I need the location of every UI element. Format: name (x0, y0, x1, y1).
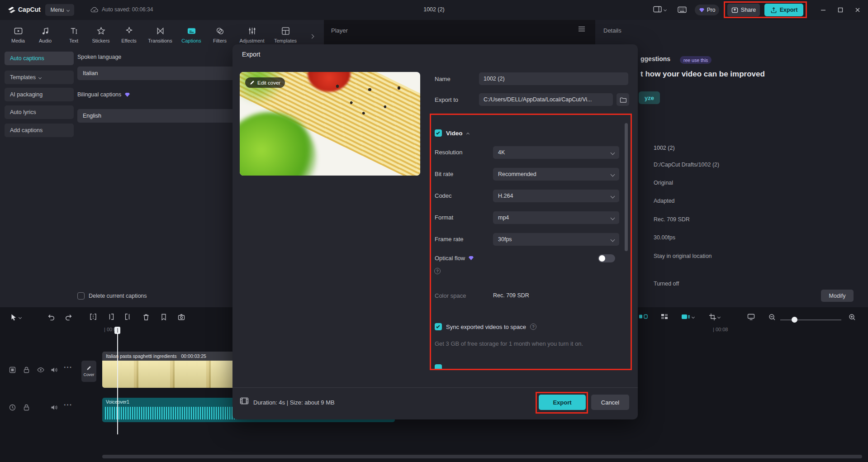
player-menu-button[interactable] (578, 26, 585, 32)
check-icon (436, 324, 440, 328)
tab-stickers[interactable]: Stickers (86, 24, 115, 46)
name-input[interactable]: 1002 (2) (479, 72, 628, 85)
detail-status-value: Turned off (654, 281, 679, 287)
cursor-icon (10, 314, 17, 321)
bitrate-select[interactable]: Recommended (493, 168, 619, 181)
lock-icon[interactable] (24, 404, 29, 411)
tab-effects[interactable]: Effects (114, 24, 143, 46)
cancel-button[interactable]: Cancel (591, 395, 629, 410)
snapshot-button[interactable] (178, 314, 185, 321)
undo-button[interactable] (47, 314, 55, 320)
chevron-up-icon[interactable] (466, 132, 469, 135)
trim-right-button[interactable] (124, 314, 132, 320)
format-select[interactable]: mp4 (493, 211, 619, 224)
zoom-in-button[interactable] (849, 314, 856, 321)
sidebar-item-ai-packaging[interactable]: AI packaging (5, 88, 74, 101)
minimize-button[interactable] (817, 5, 830, 15)
more-options-icon[interactable] (64, 363, 72, 372)
analyze-button-fragment[interactable]: yze (639, 91, 660, 104)
tab-filters[interactable]: Filters (205, 24, 234, 46)
zoom-slider-handle[interactable] (792, 317, 797, 323)
toolbar-expand-button[interactable] (308, 31, 316, 41)
detail-resolution-value: Adapted (654, 198, 675, 204)
tab-transitions[interactable]: Transitions (146, 24, 175, 46)
zoom-slider[interactable] (780, 319, 841, 320)
crop-icon (709, 314, 716, 320)
pencil-icon (86, 366, 91, 371)
modify-button[interactable]: Modify (821, 290, 854, 302)
edit-cover-button[interactable]: Edit cover (245, 77, 285, 88)
help-icon[interactable] (434, 268, 441, 274)
zoom-out-button[interactable] (768, 314, 776, 321)
tab-captions[interactable]: Captions (177, 24, 206, 46)
speaker-icon[interactable] (51, 367, 57, 373)
track-options-button[interactable] (681, 314, 694, 320)
share-icon (731, 7, 738, 14)
sync-checkbox[interactable] (435, 323, 442, 330)
ruler-tick-right: | 00:08 (713, 327, 728, 332)
sidebar-item-templates[interactable]: Templates (5, 71, 74, 84)
dialog-scrollbar[interactable] (625, 123, 628, 251)
shortcuts-keyboard-button[interactable] (678, 6, 687, 13)
framerate-select[interactable]: 30fps (493, 233, 619, 246)
chevron-down-icon (717, 315, 721, 319)
pro-badge[interactable]: Pro (695, 5, 719, 15)
maximize-button[interactable] (834, 5, 847, 15)
codec-select[interactable]: H.264 (493, 190, 619, 202)
split-button[interactable] (90, 314, 97, 320)
sidebar-item-auto-lyrics[interactable]: Auto lyrics (5, 105, 74, 119)
redo-button[interactable] (65, 314, 73, 320)
tab-adjustment[interactable]: Adjustment (237, 24, 266, 46)
speaker-icon[interactable] (51, 405, 57, 410)
main-track-toggle-icon[interactable] (9, 367, 16, 373)
templates-icon (281, 26, 290, 36)
menu-button[interactable]: Menu (45, 4, 74, 16)
select-tool-button[interactable] (10, 314, 21, 321)
delete-captions-label: Delete current captions (89, 293, 147, 299)
tab-templates[interactable]: Templates (271, 24, 300, 46)
optical-flow-toggle[interactable] (598, 254, 615, 262)
tab-audio[interactable]: Audio (31, 24, 60, 46)
timeline-horizontal-scrollbar[interactable] (102, 455, 862, 458)
chevron-down-icon (692, 315, 695, 318)
export-button-top[interactable]: Export (764, 4, 803, 16)
sticker-icon (96, 26, 106, 36)
playhead-handle[interactable] (114, 327, 120, 334)
gem-icon (468, 256, 474, 261)
delete-button[interactable] (142, 314, 150, 321)
resolution-select[interactable]: 4K (493, 146, 619, 159)
tab-text[interactable]: Text (59, 24, 88, 46)
sidebar-item-add-captions[interactable]: Add captions (5, 124, 74, 137)
help-icon[interactable] (530, 324, 536, 330)
preview-grid-icon[interactable] (661, 314, 668, 319)
optical-flow-label: Optical flow (435, 255, 474, 262)
audio-checkbox-partial[interactable] (435, 364, 442, 369)
chevron-down-icon (611, 194, 615, 198)
cover-button[interactable]: Cover (81, 361, 96, 382)
share-label: Share (741, 7, 756, 13)
share-button[interactable]: Share (727, 4, 760, 16)
export-confirm-button[interactable]: Export (539, 395, 586, 410)
bitrate-label: Bit rate (435, 171, 453, 177)
video-checkbox[interactable] (435, 129, 442, 137)
mirror-screen-button[interactable] (747, 314, 755, 320)
sparkle-icon (124, 26, 134, 36)
more-options-icon[interactable] (64, 401, 72, 409)
delete-captions-checkbox[interactable] (77, 292, 85, 300)
capcut-window: CapCut Menu Auto saved: 00:06:34 1002 (2… (0, 0, 868, 462)
mark-button[interactable] (161, 314, 167, 321)
auto-ripple-icon[interactable] (639, 314, 648, 319)
layout-toggle-button[interactable] (653, 6, 666, 13)
browse-folder-button[interactable] (617, 93, 629, 106)
eye-icon[interactable] (37, 367, 44, 372)
crop-options-button[interactable] (709, 314, 720, 320)
beat-clock-icon[interactable] (9, 404, 16, 411)
capcut-logo-icon (7, 5, 17, 15)
trim-left-button[interactable] (107, 314, 114, 320)
close-button[interactable] (851, 5, 864, 15)
audio-icon (41, 26, 50, 36)
tab-media[interactable]: Media (4, 24, 33, 46)
export-path-input[interactable]: C:/Users/DELL/AppData/Local/CapCut/Vi... (479, 93, 613, 106)
sidebar-item-auto-captions[interactable]: Auto captions (5, 52, 74, 65)
lock-icon[interactable] (24, 367, 29, 373)
